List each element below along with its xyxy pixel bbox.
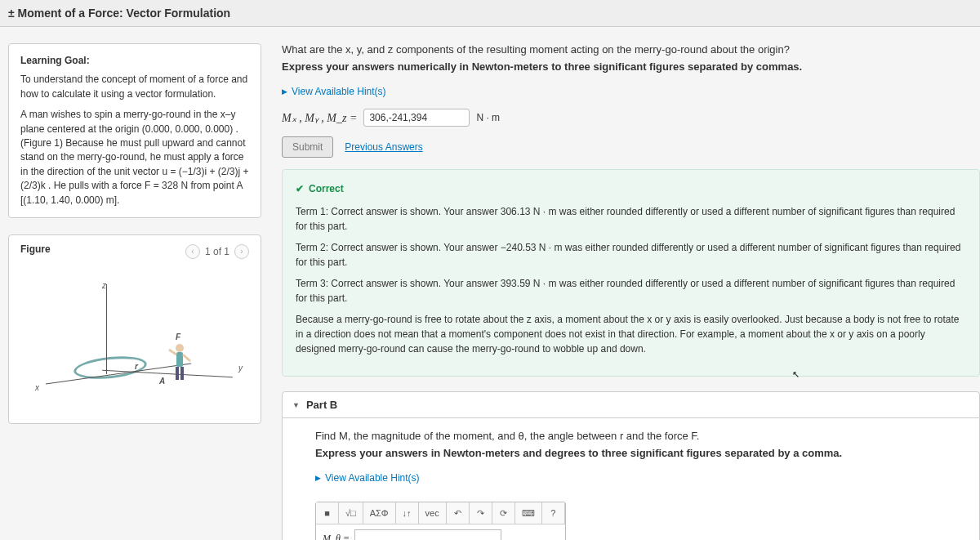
part-a-hint-toggle[interactable]: View Available Hint(s) [282,86,386,97]
svg-line-5 [183,355,190,361]
tool-keyboard-icon[interactable]: ⌨ [515,502,542,524]
part-a-instruction: Express your answers numerically in Newt… [282,60,980,73]
vector-r-label: r [135,362,138,371]
tool-vec-icon[interactable]: vec [419,502,447,524]
tool-sqrt-icon[interactable]: √□ [339,502,363,524]
part-b-hint-toggle[interactable]: View Available Hint(s) [315,472,420,484]
svg-rect-2 [176,367,179,380]
part-a-units: N · m [476,112,500,123]
tool-undo-icon[interactable]: ↶ [447,502,470,524]
part-b-variable-label: M ,θ = [323,533,350,541]
axis-z-label: z [102,281,106,290]
part-b-question: Find M, the magnitude of the moment, and… [315,430,947,442]
scenario-text: A man wishes to spin a merry-go-round in… [20,108,249,208]
learning-goal-panel: Learning Goal: To understand the concept… [8,43,261,218]
part-a-variable: Mₓ , Mᵧ , M_z = [282,111,357,125]
part-b-header[interactable]: Part B [282,391,980,418]
part-a-answer-value: 306,-241,394 [363,109,470,127]
figure-prev-button[interactable]: ‹ [185,244,200,259]
previous-answers-link[interactable]: Previous Answers [345,141,422,153]
vector-f-label: F [176,332,180,341]
feedback-term-1: Term 1: Correct answer is shown. Your an… [296,204,966,234]
learning-goal-text: To understand the concept of moment of a… [20,73,249,101]
tool-subscript-icon[interactable]: ↓↑ [396,502,419,524]
feedback-term-3: Term 3: Correct answer is shown. Your an… [296,276,966,306]
svg-rect-3 [180,367,184,380]
person-illustration [167,341,192,382]
figure-label: Figure [20,243,51,255]
part-a-question: What are the x, y, and z components of t… [282,43,980,56]
tool-template-icon[interactable]: ■ [316,502,339,524]
point-a-label: A [159,377,165,386]
feedback-explanation: Because a merry-go-round is free to rota… [296,312,966,356]
feedback-term-2: Term 2: Correct answer is shown. Your an… [296,240,966,270]
answer-input-frame: ■ √□ ΑΣΦ ↓↑ vec ↶ ↷ ⟳ ⌨ ? M ,θ = [315,502,566,540]
tool-reset-icon[interactable]: ⟳ [492,502,515,524]
figure-pager-text: 1 of 1 [205,246,229,257]
part-a-submit-button[interactable]: Submit [282,136,333,158]
part-b-answer-input[interactable] [354,529,501,540]
figure-image: x y z A F r [20,276,249,415]
tool-help-icon[interactable]: ? [542,502,565,524]
part-b-instruction: Express your answers in Newton-meters an… [315,447,947,459]
tool-greek-icon[interactable]: ΑΣΦ [363,502,396,524]
svg-rect-1 [176,352,183,367]
figure-panel: Figure ‹ 1 of 1 › x y z A F [8,234,261,424]
tool-redo-icon[interactable]: ↷ [470,502,492,524]
axis-x-label: x [35,383,39,392]
correct-indicator: Correct [296,181,966,196]
feedback-panel: Correct Term 1: Correct answer is shown.… [282,169,980,377]
cursor-icon: ↖ [792,368,800,382]
learning-goal-heading: Learning Goal: [20,54,249,68]
figure-next-button[interactable]: › [234,244,249,259]
axis-y-label: y [238,364,243,373]
svg-line-4 [169,350,176,355]
svg-point-0 [176,344,184,352]
page-title: ± Moment of a Force: Vector Formulation [0,0,980,27]
